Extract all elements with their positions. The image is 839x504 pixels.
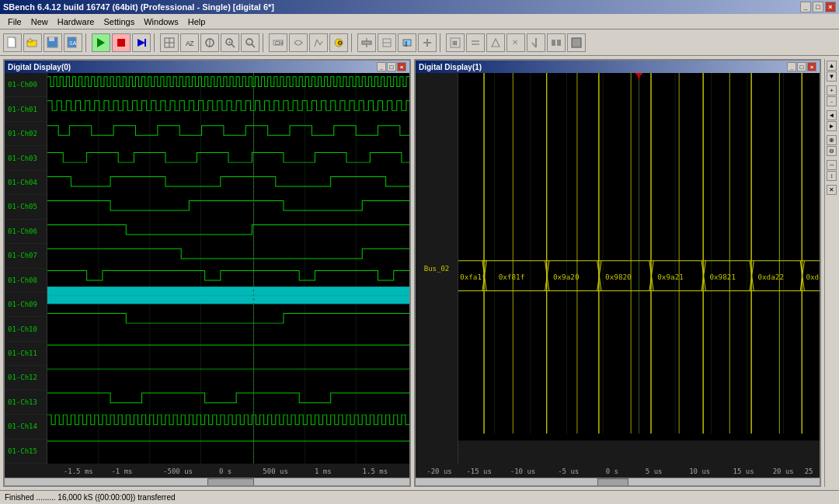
window2-scroll-thumb[interactable]: [597, 478, 628, 485]
tb-saveas[interactable]: SA: [64, 33, 82, 52]
window1-waveform-svg: [47, 73, 409, 464]
tb-btn21[interactable]: [527, 33, 545, 52]
tb-btn10[interactable]: [289, 33, 308, 52]
svg-text:0xfa1f: 0xfa1f: [460, 273, 486, 281]
tb-sep2: [154, 33, 157, 52]
ch-label-9: 01-Ch09: [5, 293, 47, 317]
svg-rect-31: [362, 41, 371, 44]
svg-marker-9: [138, 39, 145, 47]
rp-btn8[interactable]: ⊖: [827, 146, 837, 156]
svg-rect-4: [49, 37, 54, 41]
tb-btn20[interactable]: ✕: [507, 33, 525, 52]
svg-text:1.5 ms: 1.5 ms: [363, 468, 388, 475]
menu-help[interactable]: Help: [183, 16, 211, 28]
window2-maximize[interactable]: □: [797, 62, 806, 71]
window1-waveforms[interactable]: [47, 73, 409, 464]
rp-btn6[interactable]: ►: [827, 121, 837, 131]
window1-scrollbar[interactable]: [5, 478, 409, 485]
menu-file[interactable]: File: [3, 16, 26, 28]
menu-windows[interactable]: Windows: [139, 16, 183, 28]
tb-btn14[interactable]: [378, 33, 396, 52]
svg-text:0x9a20: 0x9a20: [553, 273, 580, 281]
window1-minimize[interactable]: _: [377, 62, 386, 71]
ch-label-4: 01-Ch04: [5, 171, 47, 195]
window2-title-text: Digital Display(1): [419, 63, 482, 71]
tb-run[interactable]: [92, 33, 110, 52]
svg-line-27: [317, 40, 320, 45]
rp-btn10[interactable]: ↕: [827, 171, 837, 181]
menu-bar: File New Hardware Settings Windows Help: [0, 14, 839, 30]
svg-rect-48: [552, 40, 555, 46]
tb-sep3: [263, 33, 266, 52]
svg-text:15 us: 15 us: [733, 468, 754, 475]
window2-content: Bus_02: [416, 73, 820, 464]
menu-new[interactable]: New: [26, 16, 53, 28]
ch-label-14: 01-Ch14: [5, 415, 47, 439]
bus-label: Bus_02: [416, 73, 458, 464]
window2-time-axis-svg: -20 us -15 us -10 us -5 us 0 s 5 us 10 u…: [419, 464, 816, 478]
tb-single[interactable]: [132, 33, 151, 52]
window1-title: Digital Display(0) _ □ ×: [5, 61, 409, 73]
tb-btn11[interactable]: [309, 33, 328, 52]
window2-close[interactable]: ×: [807, 62, 816, 71]
tb-open[interactable]: [23, 33, 42, 52]
rp-btn11[interactable]: ✕: [827, 185, 837, 195]
svg-text:Z: Z: [190, 40, 194, 47]
svg-text:||: ||: [405, 40, 408, 47]
window1-maximize[interactable]: □: [387, 62, 396, 71]
ch-label-7: 01-Ch07: [5, 244, 47, 268]
toolbar: SA AZ + - CH ⚙ || ⊞ ✕: [0, 30, 839, 56]
tb-btn15[interactable]: ||: [398, 33, 416, 52]
tb-btn17[interactable]: ⊞: [446, 33, 465, 52]
app-title: SBench 6.4.12 build 16747 (64bit) (Profe…: [3, 2, 800, 12]
rp-btn2[interactable]: ▼: [827, 71, 837, 82]
ch-label-5: 01-Ch05: [5, 195, 47, 219]
window2-bus-labels: Bus_02: [416, 73, 458, 464]
window2-scrollbar[interactable]: [416, 478, 820, 485]
window2-display-wrapper: Bus_02: [416, 73, 820, 485]
tb-btn13[interactable]: [357, 33, 376, 52]
ch-label-13: 01-Ch13: [5, 391, 47, 415]
tb-btn22[interactable]: [547, 33, 566, 52]
tb-btn12[interactable]: ⚙: [329, 33, 348, 52]
window1-time-axis: -1.5 ms -1 ms -500 us 0 s 500 us 1 ms 1.…: [5, 464, 409, 478]
window2-waveform-svg: 0xfa1f 0xf81f 0x9a20 0x9820 0x9a21 0x982…: [458, 73, 820, 464]
menu-settings[interactable]: Settings: [99, 16, 139, 28]
tb-btn18[interactable]: [466, 33, 485, 52]
tb-btn4[interactable]: [160, 33, 179, 52]
rp-btn4[interactable]: -: [827, 96, 837, 106]
status-bar: Finished ......... 16,000 kS ({00:00:00}…: [0, 490, 839, 504]
tb-save[interactable]: [44, 33, 62, 52]
tb-sep5: [440, 33, 443, 52]
menu-hardware[interactable]: Hardware: [53, 16, 99, 28]
rp-btn5[interactable]: ◄: [827, 110, 837, 120]
window2-minimize[interactable]: _: [787, 62, 796, 71]
tb-btn23[interactable]: [567, 33, 586, 52]
svg-text:0 s: 0 s: [606, 468, 618, 475]
maximize-button[interactable]: □: [813, 2, 823, 12]
window2-waveforms[interactable]: 0xfa1f 0xf81f 0x9a20 0x9820 0x9a21 0x982…: [458, 73, 820, 464]
minimize-button[interactable]: _: [800, 2, 811, 12]
rp-btn1[interactable]: ▲: [827, 61, 837, 71]
tb-btn6[interactable]: [200, 33, 219, 52]
svg-text:SA: SA: [69, 40, 77, 46]
tb-btn8[interactable]: -: [241, 33, 259, 52]
svg-rect-10: [144, 39, 146, 47]
rp-btn9[interactable]: ↔: [827, 160, 837, 170]
tb-btn16[interactable]: [418, 33, 437, 52]
window1-scroll-thumb[interactable]: [207, 478, 254, 485]
rp-btn3[interactable]: +: [827, 85, 837, 96]
window1-close[interactable]: ×: [397, 62, 406, 71]
svg-text:-: -: [248, 39, 250, 46]
tb-btn19[interactable]: [486, 33, 505, 52]
rp-btn7[interactable]: ⊕: [827, 135, 837, 145]
svg-text:-10 us: -10 us: [510, 468, 536, 475]
tb-btn9[interactable]: CH: [269, 33, 287, 52]
tb-stop[interactable]: [112, 33, 131, 52]
tb-btn7[interactable]: +: [221, 33, 239, 52]
ch-label-0: 01-Ch00: [5, 73, 47, 97]
tb-new[interactable]: [3, 33, 22, 52]
close-button[interactable]: ×: [825, 2, 836, 12]
tb-btn5[interactable]: AZ: [180, 33, 199, 52]
window1-channel-labels: 01-Ch00 01-Ch01 01-Ch02 01-Ch03 01-Ch04 …: [5, 73, 47, 464]
